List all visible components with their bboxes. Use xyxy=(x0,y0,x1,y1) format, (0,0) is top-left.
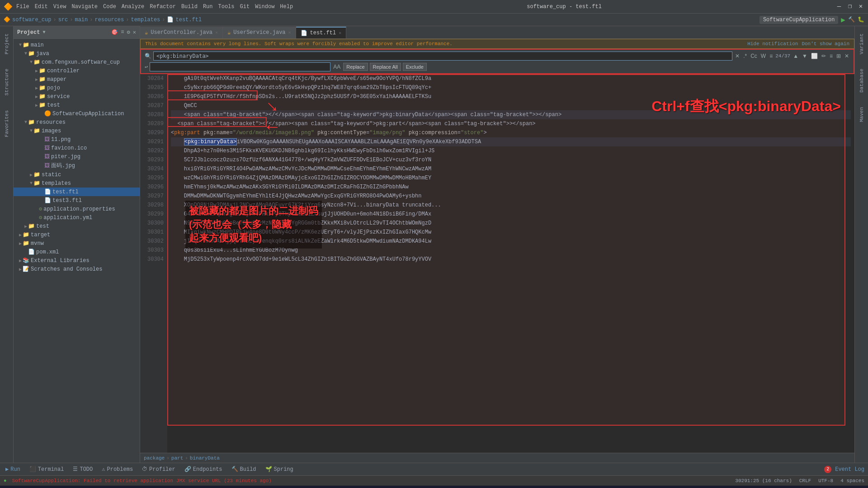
tree-item-test-outer[interactable]: ▶ 📁 test xyxy=(14,222,140,230)
search-options-button[interactable]: ≡ xyxy=(769,52,774,60)
tree-item-images[interactable]: ▼ 📁 images xyxy=(14,127,140,135)
terminal-toolbar-btn[interactable]: ⬛ Terminal xyxy=(28,465,66,474)
tree-item-11png[interactable]: ▶ 🖼 11.png xyxy=(14,135,140,144)
panel-action-close[interactable]: ✕ xyxy=(133,29,136,36)
tree-item-test-ftl[interactable]: ▶ 📄 test.ftl xyxy=(14,188,140,196)
code-line[interactable]: jIwQGrMwsCAPHjyQ+fl5Lyxoenqkq0srs8iALNkZ… xyxy=(171,237,851,246)
replace-input[interactable] xyxy=(150,62,330,71)
maximize-button[interactable]: ❐ xyxy=(846,3,854,10)
line-ending[interactable]: CRLF xyxy=(799,478,811,483)
tree-item-app-props[interactable]: ▶ ⚙ application.properties xyxy=(14,205,140,213)
minimize-button[interactable]: — xyxy=(835,3,843,10)
replace-button[interactable]: Replace xyxy=(343,63,368,71)
aa-button[interactable]: AA xyxy=(332,63,341,71)
todo-toolbar-btn[interactable]: ☰ TODO xyxy=(71,465,94,474)
right-panel-database[interactable]: Database xyxy=(858,65,865,96)
next-match-button[interactable]: ▼ xyxy=(801,52,808,60)
close-button[interactable]: ✕ xyxy=(857,3,864,10)
find-input[interactable] xyxy=(153,52,732,61)
tab-usercontroller[interactable]: ☕ UserController.java ✕ xyxy=(140,27,223,38)
bc-package[interactable]: package xyxy=(144,455,165,461)
build-toolbar-btn[interactable]: 🔨 Build xyxy=(230,465,258,474)
right-panel-variant[interactable]: Variant xyxy=(858,30,865,58)
endpoints-toolbar-btn[interactable]: 🔗 Endpoints xyxy=(183,465,224,474)
code-area[interactable]: gAi0t0qtWvehXKanp2vuBQAAAACAtqCrq4tKjc/B… xyxy=(167,74,854,453)
panel-action-settings[interactable]: ⚙ xyxy=(127,29,130,36)
tree-item-resources[interactable]: ▼ 📁 resources xyxy=(14,118,140,127)
code-line[interactable]: <pkg:binaryData>iVBORw0KGgoAAAANSUhEUgAA… xyxy=(171,137,851,146)
menu-tools[interactable]: Tools xyxy=(218,4,235,10)
tree-item-main[interactable]: ▼ 📁 main xyxy=(14,41,140,49)
build-button[interactable]: 🔨 xyxy=(848,16,855,23)
menu-refactor[interactable]: Refactor xyxy=(150,4,176,10)
tab-testftl[interactable]: 📄 test.ftl ✕ xyxy=(296,27,347,38)
code-line[interactable]: gAi0t0qtWvehXKanp2vuBQAAAACAtqCrq4tKjc/B… xyxy=(171,74,851,83)
replace-all-button[interactable]: Replace All xyxy=(370,63,401,71)
close-search-button[interactable]: ✕ xyxy=(844,52,850,60)
sidebar-label-favorites[interactable]: Favorites xyxy=(3,107,10,141)
tree-item-static[interactable]: ▶ 📁 static xyxy=(14,170,140,179)
event-log-label[interactable]: Event Log xyxy=(835,466,864,473)
code-line[interactable]: DMMwDMMwDKNWTGgymhEYhmEYhltE4JjQHwzAMwzA… xyxy=(171,192,851,201)
clear-search-button[interactable]: ✕ xyxy=(734,52,741,60)
bc-part[interactable]: part xyxy=(171,455,183,461)
code-line[interactable]: <span class="tag-bracket"></</span><span… xyxy=(171,110,851,119)
tree-item-service[interactable]: ▶ 📁 service xyxy=(14,92,140,101)
code-line[interactable]: <pkg:part pkg:name="/word/media/image18.… xyxy=(171,128,851,137)
menu-analyze[interactable]: Analyze xyxy=(122,4,144,10)
tree-item-app-yml[interactable]: ▶ ⚙ application.yml xyxy=(14,213,140,222)
tree-item-ext-libs[interactable]: ▶ 📚 External Libraries xyxy=(14,256,140,265)
regex-button[interactable]: .* xyxy=(742,52,748,60)
code-line[interactable]: q0s3bsiiExu4...sLInhmEYGUBozM7Oynwg xyxy=(171,246,851,255)
code-line[interactable]: c5yNxrpb66QP9d0reebQY/WKordto5yE6vSkHvpQ… xyxy=(171,83,851,92)
hide-notification-button[interactable]: Hide notification xyxy=(747,41,798,47)
bc-file[interactable]: 📄 test.ftl xyxy=(167,16,202,23)
code-line[interactable]: wzCMwiGhYRiGYRiGYRhG4ZjQMAzDMAzDMAyjcExo… xyxy=(171,174,851,183)
tree-item-pom[interactable]: ▶ 📄 pom.xml xyxy=(14,248,140,256)
find-all-button[interactable]: ⬜ xyxy=(810,52,819,60)
sidebar-label-structure[interactable]: Structure xyxy=(3,65,10,99)
profiler-toolbar-btn[interactable]: ⏱ Profiler xyxy=(140,465,177,474)
menu-navigate[interactable]: Navigate xyxy=(71,4,98,10)
tree-item-piter[interactable]: ▶ 🖼 piter.jpg xyxy=(14,152,140,161)
menu-edit[interactable]: Edit xyxy=(35,4,48,10)
tab-close[interactable]: ✕ xyxy=(339,30,341,36)
bc-binarydata[interactable]: binaryData xyxy=(190,455,220,461)
code-line[interactable]: MIxqiwkNwzCMHPDIRFjw4ne8D0t0WNy4ccP/zMK6… xyxy=(171,228,851,237)
tab-userservice[interactable]: ☕ UserService.java ✕ xyxy=(223,27,296,38)
menu-build[interactable]: Build xyxy=(181,4,198,10)
right-panel-maven[interactable]: Maven xyxy=(858,103,865,126)
menu-window[interactable]: Window xyxy=(255,4,274,10)
menu-view[interactable]: View xyxy=(53,4,66,10)
run-button[interactable]: ▶ xyxy=(841,15,845,24)
bc-resources[interactable]: resources xyxy=(94,17,124,23)
panel-action-locate[interactable]: 🎯 xyxy=(111,29,118,36)
highlight-button[interactable]: ✏ xyxy=(821,52,827,60)
case-sensitive-button[interactable]: Cc xyxy=(750,52,758,60)
sidebar-label-project[interactable]: Project xyxy=(3,30,10,58)
exclude-button[interactable]: Exclude xyxy=(403,63,427,71)
bc-project[interactable]: software_cup xyxy=(12,17,51,23)
code-line[interactable]: 1E9P6qEP5TfVTHdr/fShfnpSDs2s...U9ratK5NQ… xyxy=(171,92,851,101)
dont-show-again-button[interactable]: Don't show again xyxy=(802,41,849,47)
code-line[interactable]: G4ZhGHsbExqGYRgFoAJjeWVFHkxPy8TkpCwuLW1Z… xyxy=(171,210,851,219)
tree-item-app[interactable]: ▶ 🟠 SoftwareCupApplication xyxy=(14,109,140,118)
problems-toolbar-btn[interactable]: ⚠ Problems xyxy=(100,465,135,474)
panel-dropdown-arrow[interactable]: ▼ xyxy=(42,30,45,35)
debug-button[interactable]: 🐛 xyxy=(858,16,864,23)
code-line[interactable]: hmEYhmsj0kMwzAMwzAMwzAKxSGYRiGYRi0ILDMAz… xyxy=(171,183,851,192)
tree-item-mapper[interactable]: ▶ 📁 mapper xyxy=(14,75,140,84)
panel-action-collapse[interactable]: ≡ xyxy=(121,29,124,36)
tree-item-mask[interactable]: ▶ 🖼 面码.jpg xyxy=(14,161,140,170)
code-line[interactable]: QmCC xyxy=(171,101,851,110)
tab-close[interactable]: ✕ xyxy=(288,30,291,35)
tab-close[interactable]: ✕ xyxy=(215,30,218,35)
tree-item-favicon[interactable]: ▶ 🖼 favicon.ico xyxy=(14,144,140,152)
code-line[interactable]: MjD5253xTyWpoenp4rcXvOO7dd+9e1eWL5cL34Zh… xyxy=(171,255,851,264)
filter-button[interactable]: ≡ xyxy=(829,52,834,60)
indent[interactable]: 4 spaces xyxy=(840,478,864,483)
tree-item-java[interactable]: ▼ 📁 java xyxy=(14,49,140,58)
search-filter-icon[interactable]: ⊞ xyxy=(835,52,842,60)
code-line[interactable]: N9OwEfbrG4ZhGLnBe7G4uCgzMzNy//59WYgRGGm0… xyxy=(171,219,851,228)
menu-file[interactable]: File xyxy=(16,4,29,10)
